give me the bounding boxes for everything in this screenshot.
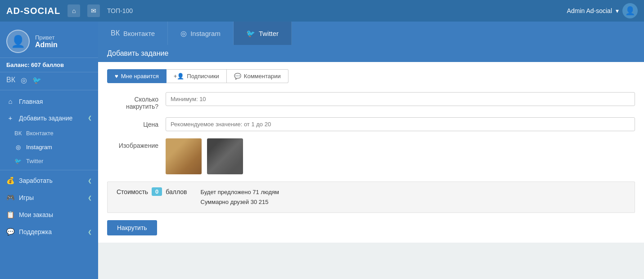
balance-label: Баланс: [6,62,29,68]
comments-icon: 💬 [234,73,241,80]
offered-text: Будет предложено 71 людям [201,187,279,197]
tab-instagram-label: Instagram [190,30,221,37]
home-nav-icon[interactable]: ⌂ [68,4,80,17]
avatar: 👤 [6,30,30,53]
sidebar-social: ВК ◎ 🐦 [0,72,98,90]
sidebar-item-support[interactable]: 💬 Поддержка ❮ [0,223,98,240]
orders-icon: 📋 [6,211,14,219]
sidebar-item-vkontakte[interactable]: ВК Вконтакте [0,126,98,140]
mail-nav-icon[interactable]: ✉ [87,4,100,17]
brand-logo: AD-SOCIAL [6,6,60,16]
tab-vkontakte[interactable]: ВК Вконтакте [98,22,168,45]
sidebar-item-orders[interactable]: 📋 Мои заказы [0,206,98,223]
sidebar-item-instagram[interactable]: ◎ Instagram [0,140,98,154]
cost-label-after: баллов [166,188,187,195]
sidebar-user-info: Привет Admin [35,34,58,49]
subtab-followers[interactable]: +👤 Подписчики [167,69,227,83]
home-icon: ⌂ [6,97,14,105]
games-icon: 🎮 [6,194,14,202]
friends-text: Суммарно друзей 30 215 [201,197,279,207]
social-vk-link[interactable]: ВК [6,76,15,84]
sidebar-item-add-task-label: Добавить задание [19,115,72,122]
task-form: ♥ Мне нравится +👤 Подписчики 💬 Комментар… [98,62,644,243]
followers-icon: +👤 [174,73,185,80]
cat-image [207,138,243,174]
twitter-icon: 🐦 [14,158,22,164]
tab-instagram[interactable]: ◎ Instagram [168,22,234,45]
social-instagram-link[interactable]: ◎ [21,76,27,84]
layout: 👤 Привет Admin Баланс: 607 баллов ВК ◎ 🐦… [0,22,644,279]
tab-twitter-icon: 🐦 [246,29,255,38]
sidebar-item-home[interactable]: ⌂ Главная [0,93,98,110]
dropdown-icon: ▾ [616,7,619,14]
sidebar-item-earn[interactable]: 💰 Заработать ❮ [0,172,98,189]
count-label: Сколько накрутить? [107,92,166,110]
cost-badge: 0 [152,187,162,196]
support-icon: 💬 [6,228,14,236]
main-content: ВК Вконтакте ◎ Instagram 🐦 Twitter Добав… [98,22,644,279]
chevron-support-icon: ❮ [88,229,92,235]
form-row-count: Сколько накрутить? [107,92,635,110]
cost-row: Стоимость 0 баллов Будет предложено 71 л… [107,182,635,213]
top-nav: AD-SOCIAL ⌂ ✉ ТОП-100 Admin Ad-social ▾ … [0,0,644,22]
price-input[interactable] [166,117,635,131]
top-nav-left: AD-SOCIAL ⌂ ✉ ТОП-100 [6,4,133,17]
sidebar-item-games-label: Игры [19,194,34,201]
cost-left: Стоимость 0 баллов [117,187,187,196]
sidebar-item-earn-label: Заработать [19,177,53,184]
tab-instagram-icon: ◎ [180,29,187,38]
cost-label-before: Стоимость [117,188,148,195]
divider [0,170,98,170]
sidebar-item-twitter-label: Twitter [26,158,43,164]
user-menu[interactable]: Admin Ad-social ▾ 👤 [567,3,638,18]
sidebar-item-twitter[interactable]: 🐦 Twitter [0,154,98,168]
form-row-price: Цена [107,117,635,131]
top100-label: ТОП-100 [107,7,133,14]
image-thumb-2 [207,138,243,174]
user-avatar-top: 👤 [622,3,638,18]
tab-bar: ВК Вконтакте ◎ Instagram 🐦 Twitter [98,22,644,45]
sub-tabs: ♥ Мне нравится +👤 Подписчики 💬 Комментар… [107,69,635,83]
chevron-earn-icon: ❮ [88,178,92,184]
sidebar-sub-menu: ВК Вконтакте ◎ Instagram 🐦 Twitter [0,126,98,168]
instagram-icon: ◎ [14,144,22,151]
count-input[interactable] [166,92,635,106]
sidebar: 👤 Привет Admin Баланс: 607 баллов ВК ◎ 🐦… [0,22,98,279]
sidebar-item-games[interactable]: 🎮 Игры ❮ [0,189,98,206]
section-title-text: Добавить задание [107,49,168,57]
subtab-likes[interactable]: ♥ Мне нравится [107,69,167,83]
tab-twitter-label: Twitter [259,30,279,37]
dog-image [166,138,202,174]
user-name-label: Admin Ad-social [567,7,612,14]
subtab-followers-label: Подписчики [187,73,219,80]
subtab-comments[interactable]: 💬 Комментарии [227,69,288,83]
image-thumb-1 [166,138,202,174]
like-icon: ♥ [115,73,118,80]
social-twitter-link[interactable]: 🐦 [32,76,41,84]
price-label: Цена [107,117,166,128]
tab-vk-icon: ВК [111,29,120,37]
images-row [166,138,243,174]
balance-value: 607 баллов [31,62,64,68]
subtab-likes-label: Мне нравится [121,73,159,80]
image-label: Изображение [107,138,166,149]
tab-vkontakte-label: Вконтакте [123,30,155,37]
greeting-text: Привет [35,34,58,41]
sidebar-item-support-label: Поддержка [19,228,52,235]
form-row-image: Изображение [107,138,635,174]
tab-twitter[interactable]: 🐦 Twitter [234,22,292,45]
sidebar-item-vkontakte-label: Вконтакте [26,130,54,137]
sidebar-balance: Баланс: 607 баллов [0,58,98,72]
vk-icon: ВК [14,130,22,137]
add-icon: + [6,114,14,122]
sidebar-menu: ⌂ Главная + Добавить задание ❮ ВК Вконта… [0,90,98,279]
submit-label: Накрутить [117,224,147,231]
sidebar-item-orders-label: Мои заказы [19,211,53,218]
cost-right: Будет предложено 71 людям Суммарно друзе… [201,187,279,207]
sidebar-item-home-label: Главная [19,98,43,105]
subtab-comments-label: Комментарии [244,73,281,80]
sidebar-item-add-task[interactable]: + Добавить задание ❮ [0,110,98,126]
submit-button[interactable]: Накрутить [107,220,157,235]
section-title: Добавить задание [98,45,644,62]
sidebar-user: 👤 Привет Admin [0,22,98,58]
